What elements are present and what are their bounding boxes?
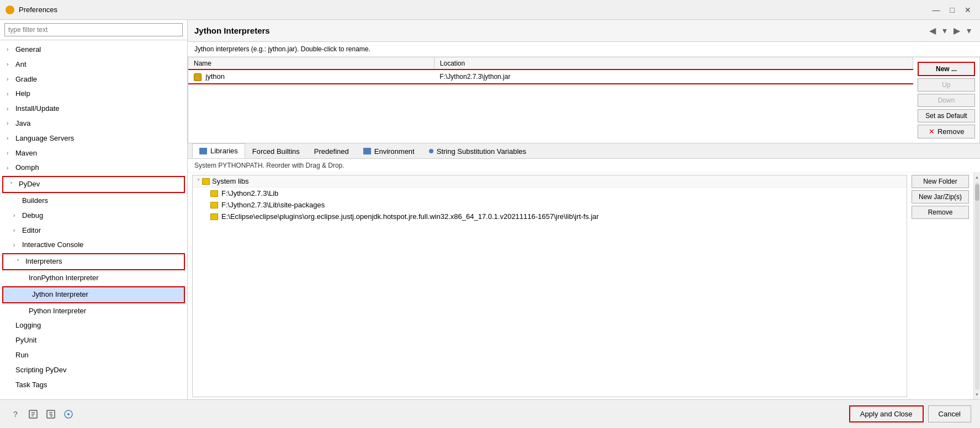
system-libs-group[interactable]: ˅ System libs [193,175,907,188]
close-button[interactable]: ✕ [961,4,974,15]
tab-forced-builtins-label: Forced Builtins [252,147,300,156]
right-panel: Jython Interpreters ◀ ▾ ▶ ▾ Jython inter… [188,20,980,399]
sidebar-item-ant[interactable]: › Ant [0,57,187,72]
collapse-arrow: ˅ [17,258,24,266]
system-libs-label: System libs [212,177,248,185]
expand-arrow: › [13,241,21,250]
path-entry-0[interactable]: F:\Jython2.7.3\Lib [193,188,907,199]
tab-predefined-label: Predefined [314,147,349,156]
help-button[interactable]: ? [9,408,22,421]
nav-back-button[interactable]: ◀ [927,24,938,37]
sidebar-item-python-interpreter[interactable]: Python Interpreter [0,304,187,319]
interpreter-table: Name Location jython [188,57,913,84]
expand-arrow: › [7,119,14,128]
sidebar-item-language-servers[interactable]: › Language Servers [0,131,187,146]
preferences-link-button[interactable] [62,408,75,421]
sidebar-item-debug[interactable]: › Debug [0,208,187,223]
file-icon [210,190,218,197]
sidebar-item-ironpython[interactable]: IronPython Interpreter [0,271,187,286]
panel-header: Jython Interpreters ◀ ▾ ▶ ▾ [188,20,980,42]
expand-arrow: › [7,149,14,158]
nav-dropdown-button[interactable]: ▾ [940,24,949,37]
interpreter-section: Jython interpreters (e.g.: jython.jar). … [188,42,980,143]
sidebar-item-pydev[interactable]: ˅ PyDev [2,176,185,193]
apply-close-button[interactable]: Apply and Close [849,405,924,422]
pythonpath-buttons: New Folder New Jar/Zip(s) Remove [907,173,973,399]
import-icon [46,409,56,419]
sidebar-filter-area [0,20,187,40]
path-entry-2[interactable]: E:\Eclipse\eclipse\plugins\org.eclipse.j… [193,211,907,222]
export-prefs-button[interactable] [27,408,40,421]
sidebar-item-run[interactable]: Run [0,348,187,363]
down-button[interactable]: Down [918,94,975,107]
interpreter-buttons: New ... Up Down Set as Default ✕ Remove [913,57,979,143]
new-interpreter-button[interactable]: New ... [918,62,975,76]
tab-content-inner: ˅ System libs F:\Jython2.7.3\Lib F:\Jyth… [188,173,980,399]
tab-predefined[interactable]: Predefined [307,144,356,158]
sidebar-item-interpreters[interactable]: ˅ Interpreters [2,253,185,270]
expand-arrow: › [13,211,21,220]
sidebar-item-maven[interactable]: › Maven [0,146,187,161]
sidebar-item-oomph[interactable]: › Oomph [0,160,187,175]
sidebar-item-install-update[interactable]: › Install/Update [0,101,187,116]
interpreter-name: jython [205,72,225,81]
sidebar-item-interactive-console[interactable]: › Interactive Console [0,238,187,253]
interpreter-table-area: Name Location jython [188,57,980,143]
sidebar-item-scripting-pydev[interactable]: Scripting PyDev [0,363,187,378]
pythonpath-tree: ˅ System libs F:\Jython2.7.3\Lib F:\Jyth… [192,175,907,397]
minimize-button[interactable]: — [929,4,944,15]
expand-arrow: › [7,45,14,54]
interpreter-location-cell: F:\Jython2.7.3\jython.jar [434,70,913,84]
panel-nav: ◀ ▾ ▶ ▾ [927,24,973,37]
path-remove-button[interactable]: Remove [912,206,969,219]
path-value-1: F:\Jython2.7.3\Lib\site-packages [221,201,325,209]
remove-label: Remove [937,127,964,136]
bottom-bar: ? Apply and Close Cancel [0,399,980,428]
new-jar-zip-button[interactable]: New Jar/Zip(s) [912,190,969,204]
set-default-button[interactable]: Set as Default [918,109,975,122]
new-folder-button[interactable]: New Folder [912,175,969,188]
import-prefs-button[interactable] [44,408,57,421]
sidebar-item-java[interactable]: › Java [0,116,187,131]
maximize-button[interactable]: □ [947,4,958,15]
sidebar-item-help[interactable]: › Help [0,87,187,101]
nav-forward-dropdown-button[interactable]: ▾ [965,24,973,37]
expand-arrow: › [7,105,14,114]
scroll-down-arrow[interactable]: ▼ [974,391,980,398]
sidebar-item-general[interactable]: › General [0,42,187,57]
path-entry-1[interactable]: F:\Jython2.7.3\Lib\site-packages [193,199,907,211]
sidebar-item-jython-interpreter[interactable]: Jython Interpreter [2,286,185,303]
svg-point-8 [67,413,70,415]
interpreter-name-cell: jython [188,70,434,84]
sidebar-item-builders[interactable]: Builders [0,194,187,208]
tab-forced-builtins[interactable]: Forced Builtins [245,144,307,158]
cancel-button[interactable]: Cancel [928,405,971,422]
sidebar-item-logging[interactable]: Logging [0,318,187,333]
tab-environment[interactable]: Environment [356,144,422,158]
tab-string-substitution[interactable]: String Substitution Variables [422,144,533,158]
bottom-left-icons: ? [9,408,75,421]
scroll-thumb [975,184,979,201]
search-input[interactable] [4,23,183,36]
col-location: Location [434,57,913,70]
remove-button[interactable]: ✕ Remove [918,125,975,138]
sidebar-item-task-tags[interactable]: Task Tags [0,378,187,393]
expand-arrow: › [7,90,14,99]
jython-icon [194,73,202,81]
collapse-arrow: ˅ [197,178,200,184]
link-icon [63,409,73,419]
nav-forward-button[interactable]: ▶ [951,24,962,37]
scroll-up-arrow[interactable]: ▲ [974,174,980,181]
bottom-section: Libraries Forced Builtins Predefined Env… [188,143,980,399]
interpreter-row[interactable]: jython F:\Jython2.7.3\jython.jar [188,70,913,84]
sidebar-item-editor[interactable]: › Editor [0,223,187,238]
sidebar-item-gradle[interactable]: › Gradle [0,72,187,87]
tab-libraries-label: Libraries [210,147,238,155]
tab-libraries[interactable]: Libraries [192,143,245,158]
folder-icon [202,178,210,185]
file-icon [210,202,218,208]
sidebar-item-pyunit[interactable]: PyUnit [0,333,187,348]
env-icon [363,148,371,154]
up-button[interactable]: Up [918,78,975,92]
col-name: Name [188,57,434,70]
